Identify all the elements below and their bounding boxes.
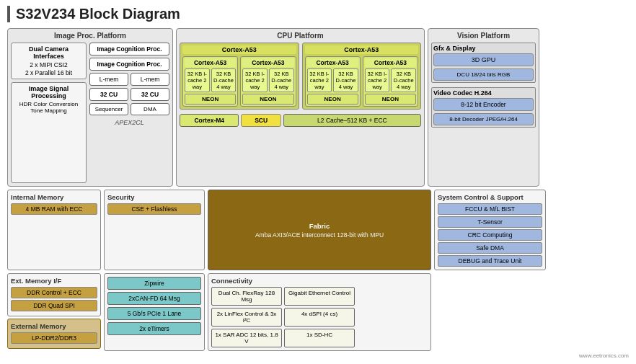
ext-mem-col: Ext. Memory I/F DDR Control + ECC DDR Qu…: [7, 273, 101, 351]
ext-memory-if-title: Ext. Memory I/F: [11, 277, 97, 285]
cluster1-core2: Cortex-A53 32 KB I-cache 2 way 32 KB D-c…: [240, 56, 296, 107]
cluster2-cores: Cortex-A53 32 KB I-cache 2 way 32 KB D-c…: [305, 56, 419, 107]
cluster1: Cortex-A53 Cortex-A53 32 KB I-cache 2 wa…: [180, 43, 299, 110]
dual-camera-box: Dual Camera Interfaces 2 x MIPI CSI2 2 x…: [11, 43, 87, 79]
dcu-box: DCU 18/24 bits RGB: [433, 68, 534, 81]
vision-title: Vision Platform: [431, 32, 536, 40]
cluster2-core2-neon: NEON: [365, 94, 416, 105]
system-control-title: System Control & Support: [438, 193, 542, 201]
lmem-row: L-mem L-mem: [89, 73, 169, 86]
vision-section: Vision Platform Gfx & Display 3D GPU DCU…: [428, 28, 539, 187]
cluster1-core1-icache: 32 KB I-cache 2 way: [185, 68, 210, 92]
sysctrl-item-0: FCCU & M/L BIST: [438, 203, 542, 215]
page-title: S32V234 Block Diagram: [7, 6, 629, 22]
cluster2-core1: Cortex-A53 32 KB I-cache 2 way 32 KB D-c…: [305, 56, 361, 107]
sequencer-box: Sequencer: [89, 103, 128, 115]
internal-memory-title: Internal Memory: [11, 193, 97, 201]
connectivity-item-3: Gigabit Ethernet Control: [284, 287, 355, 306]
sysctrl-inner: FCCU & M/L BIST T-Sensor CRC Computing S…: [438, 203, 542, 267]
cluster1-core2-label: Cortex-A53: [242, 58, 293, 67]
cu2-box: 32 CU: [131, 88, 169, 101]
security-section: Security CSE + Flashless: [104, 190, 205, 270]
image-signal-box: Image Signal Processing HDR Color Conver…: [11, 82, 87, 183]
icog1-box: Image Cognition Proc.: [89, 43, 169, 56]
cluster2-core1-icache: 32 KB I-cache 2 way: [307, 68, 332, 92]
connectivity-item-2: 1x SAR ADC 12 bits, 1.8 V: [211, 329, 282, 347]
cluster1-core1-label: Cortex-A53: [185, 58, 236, 67]
dma-box: DMA: [131, 103, 169, 115]
connectivity-title: Connectivity: [211, 277, 428, 285]
cluster1-cores: Cortex-A53 32 KB I-cache 2 way 32 KB D-c…: [182, 56, 296, 107]
cu-row: 32 CU 32 CU: [89, 88, 169, 101]
can-box: 2xCAN-FD 64 Msg: [107, 292, 201, 305]
fabric-title: Fabric: [255, 222, 384, 230]
decoder-box: 8-bit Decoder JPEG/H.264: [433, 113, 534, 125]
cluster1-core2-dcache: 32 KB D-cache 4 way: [269, 68, 294, 92]
connectivity-item-5: 1x SD-HC: [284, 329, 355, 347]
system-control-section: System Control & Support FCCU & M/L BIST…: [434, 190, 546, 270]
etimer-box: 2x eTimers: [107, 322, 201, 335]
fabric-content: Amba AXI3/ACE interconnect 128-bit with …: [255, 231, 384, 239]
fabric-section: Fabric Amba AXI3/ACE interconnect 128-bi…: [208, 190, 431, 270]
row3-grid: Ext. Memory I/F DDR Control + ECC DDR Qu…: [7, 273, 629, 351]
page-wrapper: S32V234 Block Diagram Image Proc. Platfo…: [0, 0, 636, 364]
cluster1-label: Cortex-A53: [182, 45, 296, 54]
seq-dma-row: Sequencer DMA: [89, 103, 169, 115]
top-row: Image Proc. Platform Dual Camera Interfa…: [7, 28, 629, 187]
cluster2-core1-label: Cortex-A53: [307, 58, 358, 67]
sysctrl-item-4: DEBUG and Trace Unit: [438, 255, 542, 267]
cluster2-core2-icache: 32 KB I-cache 2 way: [365, 68, 390, 92]
video-codec-title: Video Codec H.264: [433, 89, 534, 97]
video-codec-sub: Video Codec H.264 8-12 bit Encoder 8-bit…: [431, 87, 536, 128]
sysctrl-item-2: CRC Computing: [438, 229, 542, 241]
image-proc-section: Image Proc. Platform Dual Camera Interfa…: [7, 28, 173, 187]
external-memory-section: External Memory LP-DDR2/DDR3: [7, 319, 101, 349]
cluster1-core2-icache: 32 KB I-cache 2 way: [242, 68, 268, 92]
connectivity-section: Connectivity Dual Ch. FlexRay 128 Msg Gi…: [208, 273, 431, 351]
ram-box: 4 MB RAM with ECC: [11, 203, 97, 215]
security-title: Security: [107, 193, 201, 201]
cpu-section: CPU Platform Cortex-A53 Cortex-A53 32 KB…: [176, 28, 425, 187]
row2-grid: Internal Memory 4 MB RAM with ECC Securi…: [7, 190, 629, 270]
icog2-box: Image Cognition Proc.: [89, 58, 169, 71]
gpu-box: 3D GPU: [433, 53, 534, 66]
cpu-title: CPU Platform: [180, 32, 421, 40]
image-proc-title: Image Proc. Platform: [11, 32, 169, 40]
zipwire-box: Zipwire: [107, 277, 201, 290]
cluster1-core1-dcache: 32 KB D-cache 4 way: [211, 68, 237, 92]
cluster1-core1-neon: NEON: [185, 94, 236, 105]
cu1-box: 32 CU: [89, 88, 128, 101]
watermark: www.eetronics.com: [7, 352, 629, 359]
cluster2: Cortex-A53 Cortex-A53 32 KB I-cache 2 wa…: [302, 43, 422, 110]
connectivity-left-section: Zipwire 2xCAN-FD 64 Msg 5 Gb/s PCIe 1 La…: [104, 273, 205, 351]
cortex-m4-box: Cortex-M4: [180, 114, 239, 127]
encoder-box: 8-12 bit Encoder: [433, 98, 534, 111]
internal-memory-section: Internal Memory 4 MB RAM with ECC: [7, 190, 101, 270]
dual-camera-label: Dual Camera Interfaces: [14, 45, 83, 60]
parallel-label: 2 x Parallel 16 bit: [14, 69, 83, 76]
ddr-control-box: DDR Control + ECC: [11, 287, 97, 298]
gfx-display-sub: Gfx & Display 3D GPU DCU 18/24 bits RGB: [431, 43, 536, 83]
mipi-label: 2 x MIPI CSI2: [14, 61, 83, 68]
external-memory-title: External Memory: [11, 322, 97, 330]
scu-box: SCU: [241, 114, 281, 127]
connectivity-item-0: Dual Ch. FlexRay 128 Msg: [211, 287, 282, 306]
quad-spi-box: DDR Quad SPI: [11, 300, 97, 311]
lpddr-box: LP-DDR2/DDR3: [11, 332, 97, 344]
connectivity-item-1: 2x LinFlex Control & 3x I²C: [211, 308, 282, 327]
cluster2-label: Cortex-A53: [305, 45, 419, 54]
lmem1-box: L-mem: [89, 73, 128, 86]
img-signal-label: Image Signal Processing: [14, 85, 83, 99]
gfx-display-title: Gfx & Display: [433, 45, 534, 52]
cluster2-core1-neon: NEON: [307, 94, 358, 105]
ext-memory-if-section: Ext. Memory I/F DDR Control + ECC DDR Qu…: [7, 273, 101, 316]
hdr-label: HDR Color Conversion Tone Mapping: [14, 101, 83, 114]
cluster2-core2: Cortex-A53 32 KB I-cache 2 way 32 KB D-c…: [363, 56, 418, 107]
cse-box: CSE + Flashless: [107, 203, 201, 215]
sysctrl-item-3: Safe DMA: [438, 242, 542, 254]
l2-cache-box: L2 Cache–512 KB + ECC: [283, 114, 421, 127]
cluster1-core1: Cortex-A53 32 KB I-cache 2 way 32 KB D-c…: [182, 56, 238, 107]
connectivity-item-4: 4x dSPI (4 cs): [284, 308, 355, 327]
lmem2-box: L-mem: [131, 73, 169, 86]
apex2cl-label: APEX2CL: [89, 119, 169, 126]
